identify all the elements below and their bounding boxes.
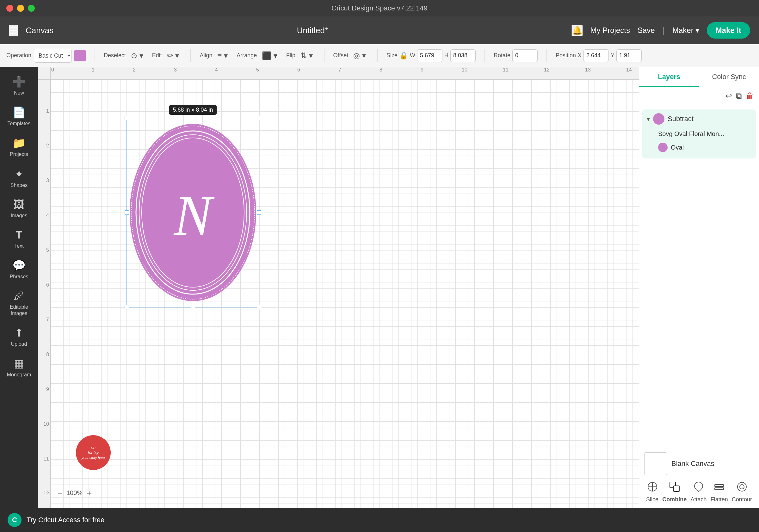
arrange-button[interactable]: ⬛ ▾ bbox=[259, 50, 280, 61]
sidebar-label-phrases: Phrases bbox=[10, 273, 28, 280]
header-divider: | bbox=[662, 25, 665, 35]
sidebar-item-projects[interactable]: 📁 Projects bbox=[0, 132, 38, 162]
main-area: ➕ New 📄 Templates 📁 Projects ✦ Shapes 🖼 … bbox=[0, 67, 759, 508]
shapes-icon: ✦ bbox=[15, 168, 23, 180]
ruler-left-7: 7 bbox=[46, 317, 49, 323]
sidebar-item-images[interactable]: 🖼 Images bbox=[0, 193, 38, 224]
color-swatch[interactable] bbox=[74, 50, 86, 61]
ruler-mark-13: 13 bbox=[585, 67, 591, 73]
hamburger-menu-button[interactable]: ☰ bbox=[9, 25, 18, 36]
tab-color-sync[interactable]: Color Sync bbox=[699, 67, 759, 87]
sidebar-item-shapes[interactable]: ✦ Shapes bbox=[0, 163, 38, 193]
sidebar-label-editable-images: Editable Images bbox=[3, 304, 35, 316]
ruler-left-11: 11 bbox=[43, 456, 49, 462]
ruler-left-8: 8 bbox=[46, 352, 49, 357]
ruler-mark-12: 12 bbox=[544, 67, 550, 73]
ruler-mark-10: 10 bbox=[462, 67, 467, 73]
delete-layer-button[interactable]: 🗑 bbox=[746, 91, 754, 101]
size-tooltip: 5.68 in x 8.04 in bbox=[169, 105, 217, 115]
deselect-button[interactable]: ⊙ ▾ bbox=[128, 50, 146, 61]
blank-canvas-row: Blank Canvas bbox=[644, 452, 754, 475]
operation-label: Operation bbox=[6, 52, 31, 59]
my-projects-button[interactable]: My Projects bbox=[590, 26, 630, 35]
sidebar-label-monogram: Monogram bbox=[7, 372, 31, 378]
y-input[interactable] bbox=[617, 49, 642, 62]
title-bar: Cricut Design Space v7.22.149 bbox=[0, 0, 759, 17]
minimize-button[interactable] bbox=[17, 5, 24, 12]
ruler-left-9: 9 bbox=[46, 387, 49, 392]
layer-subitem-2-name: Oval bbox=[671, 144, 684, 151]
cricut-logo: C bbox=[8, 513, 21, 527]
attach-tool[interactable]: Attach bbox=[690, 481, 706, 503]
sidebar-item-phrases[interactable]: 💬 Phrases bbox=[0, 254, 38, 285]
ruler-left-4: 4 bbox=[46, 213, 49, 218]
offset-group: Offset ◎ ▾ bbox=[333, 50, 369, 61]
combine-tool[interactable]: Combine bbox=[662, 481, 687, 503]
x-input[interactable] bbox=[583, 49, 609, 62]
offset-label: Offset bbox=[333, 52, 348, 59]
images-icon: 🖼 bbox=[14, 198, 24, 211]
cricut-access-banner[interactable]: C Try Cricut Access for free bbox=[0, 508, 759, 532]
flatten-tool[interactable]: Flatten bbox=[711, 481, 728, 503]
svg-rect-11 bbox=[715, 485, 724, 486]
new-icon: ➕ bbox=[12, 75, 25, 88]
layer-group-name: Subtract bbox=[668, 115, 694, 123]
zoom-in-button[interactable]: ＋ bbox=[85, 487, 93, 499]
notifications-button[interactable]: 🔔 bbox=[572, 25, 583, 36]
canvas-grid[interactable]: 5.68 in x 8.04 in N bbox=[51, 80, 639, 508]
x-label: X bbox=[578, 52, 581, 59]
maximize-button[interactable] bbox=[28, 5, 35, 12]
make-it-button[interactable]: Make It bbox=[707, 22, 750, 39]
slice-tool[interactable]: Slice bbox=[646, 481, 659, 503]
zoom-out-button[interactable]: － bbox=[56, 487, 64, 499]
duplicate-layer-button[interactable]: ⧉ bbox=[736, 91, 742, 101]
layer-chevron-icon[interactable]: ▾ bbox=[647, 115, 650, 123]
ruler-mark-7: 7 bbox=[339, 67, 341, 73]
save-button[interactable]: Save bbox=[638, 26, 655, 35]
deselect-group: Deselect ⊙ ▾ bbox=[104, 50, 146, 61]
layer-subitem-1[interactable]: Sovg Oval Floral Mon... bbox=[647, 128, 751, 140]
rotate-input[interactable] bbox=[512, 49, 538, 62]
height-input[interactable] bbox=[450, 49, 476, 62]
contour-label: Contour bbox=[732, 496, 752, 503]
contour-tool[interactable]: Contour bbox=[732, 481, 752, 503]
canvas-element-wrapper[interactable]: 5.68 in x 8.04 in N bbox=[127, 118, 259, 307]
sidebar-item-monogram[interactable]: ▦ Monogram bbox=[0, 352, 38, 383]
panel-tabs: Layers Color Sync bbox=[639, 67, 759, 87]
align-button[interactable]: ≡ ▾ bbox=[215, 50, 230, 61]
rotate-label: Rotate bbox=[494, 52, 510, 59]
offset-button[interactable]: ◎ ▾ bbox=[351, 50, 369, 61]
sidebar-item-templates[interactable]: 📄 Templates bbox=[0, 101, 38, 132]
sidebar-item-editable-images[interactable]: 🖊 Editable Images bbox=[0, 285, 38, 321]
layer-subitem-2[interactable]: Oval bbox=[647, 140, 751, 155]
app-header: ☰ Canvas Untitled* 🔔 My Projects Save | … bbox=[0, 17, 759, 44]
ruler-mark-5: 5 bbox=[256, 67, 259, 73]
edit-button[interactable]: ✏ ▾ bbox=[164, 50, 182, 61]
blank-canvas-thumb bbox=[644, 452, 667, 475]
watermark-circle: sofontsyyour story here bbox=[76, 435, 111, 470]
monogram-icon: ▦ bbox=[14, 357, 24, 370]
sidebar-item-new[interactable]: ➕ New bbox=[0, 70, 38, 101]
operation-select[interactable]: Basic Cut bbox=[34, 49, 72, 62]
undo-layers-button[interactable]: ↩ bbox=[725, 91, 732, 101]
watermark: sofontsyyour story here bbox=[76, 435, 111, 470]
sidebar-item-upload[interactable]: ⬆ Upload bbox=[0, 321, 38, 352]
left-sidebar: ➕ New 📄 Templates 📁 Projects ✦ Shapes 🖼 … bbox=[0, 67, 38, 508]
ruler-left-3: 3 bbox=[46, 178, 49, 184]
tab-layers[interactable]: Layers bbox=[639, 67, 699, 87]
svg-point-13 bbox=[738, 482, 746, 491]
operation-group: Operation Basic Cut bbox=[6, 49, 86, 62]
close-button[interactable] bbox=[6, 5, 13, 12]
svg-point-14 bbox=[740, 485, 744, 489]
width-input[interactable] bbox=[417, 49, 442, 62]
sidebar-item-text[interactable]: T Text bbox=[0, 224, 38, 254]
toolbar-separator-6 bbox=[546, 49, 547, 62]
cricut-banner-text: Try Cricut Access for free bbox=[26, 516, 104, 524]
flip-button[interactable]: ⇅ ▾ bbox=[298, 50, 315, 61]
combine-label: Combine bbox=[662, 496, 687, 503]
ruler-mark-3: 3 bbox=[174, 67, 177, 73]
ruler-left-6: 6 bbox=[46, 282, 49, 288]
maker-button[interactable]: Maker ▾ bbox=[672, 26, 699, 35]
arrange-label: Arrange bbox=[237, 52, 257, 59]
canvas-area[interactable]: 0 1 2 3 4 5 6 7 8 9 10 11 12 13 14 15 1 bbox=[38, 67, 639, 508]
